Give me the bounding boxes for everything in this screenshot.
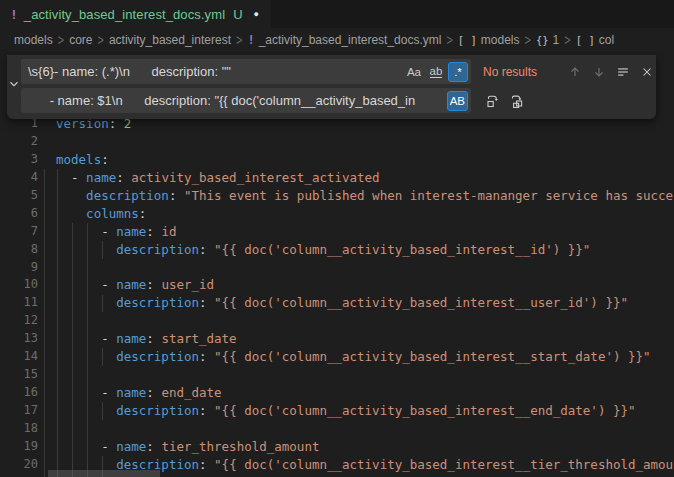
breadcrumb-label: models	[14, 33, 53, 47]
code-line[interactable]: 18	[0, 420, 674, 438]
breadcrumb-label: col	[599, 33, 614, 47]
git-status-badge: U	[233, 7, 242, 22]
code-line-text: - name: tier_threshold_amount	[38, 438, 319, 456]
arrow-up-icon	[568, 65, 582, 79]
code-line[interactable]: 19 - name: tier_threshold_amount	[0, 438, 674, 456]
code-line[interactable]: 10 - name: user_id	[0, 276, 674, 294]
breadcrumb-item[interactable]: activity_based_interest	[109, 33, 231, 47]
breadcrumb-label: core	[69, 33, 92, 47]
code-line[interactable]: 13 - name: start_date	[0, 330, 674, 348]
code-line[interactable]: 4 - name: activity_based_interest_activa…	[0, 169, 674, 187]
chevron-right-icon: >	[446, 33, 452, 48]
find-input-value: \s{6}- name: (.*)\n description: ""	[28, 64, 402, 79]
line-number[interactable]: 19	[0, 438, 38, 456]
code-line-text: description: "{{ doc('column__activity_b…	[38, 348, 651, 366]
chevron-right-icon: >	[564, 33, 570, 48]
yaml-icon: !	[247, 33, 254, 47]
code-line[interactable]: 8 description: "{{ doc('column__activity…	[0, 241, 674, 259]
code-line-text	[38, 312, 56, 330]
modified-dot-icon[interactable]: ●	[254, 9, 259, 19]
breadcrumb-label: models	[481, 33, 520, 47]
breadcrumb-label: _activity_based_interest_docs.yml	[259, 33, 442, 47]
code-line-text: description: "{{ doc('column__activity_b…	[38, 402, 636, 420]
whole-word-icon: ab	[430, 65, 443, 78]
line-number[interactable]: 14	[0, 348, 38, 366]
line-number[interactable]: 12	[0, 312, 38, 330]
line-number[interactable]: 7	[0, 223, 38, 241]
preserve-case-button[interactable]: AB	[447, 91, 468, 111]
line-number[interactable]: 18	[0, 420, 38, 438]
replace-button[interactable]	[483, 91, 503, 111]
code-line[interactable]: 16 - name: end_date	[0, 384, 674, 402]
breadcrumb-item[interactable]: {}1	[536, 33, 559, 47]
code-line-text	[38, 366, 56, 384]
code-line-text: - name: activity_based_interest_activate…	[38, 169, 380, 187]
code-line[interactable]: 11 description: "{{ doc('column__activit…	[0, 294, 674, 312]
find-input[interactable]: \s{6}- name: (.*)\n description: "" Aa a…	[21, 59, 471, 84]
code-line-text: columns:	[38, 205, 146, 223]
line-number[interactable]: 17	[0, 402, 38, 420]
code-line[interactable]: 6 columns:	[0, 205, 674, 223]
code-line[interactable]: 5 description: "This event is published …	[0, 187, 674, 205]
line-number[interactable]: 20	[0, 456, 38, 474]
line-number[interactable]: 16	[0, 384, 38, 402]
symbol-array-icon: [ ]	[576, 34, 595, 46]
code-line[interactable]: 9	[0, 259, 674, 277]
previous-match-button[interactable]	[565, 62, 585, 82]
code-line[interactable]: 15	[0, 366, 674, 384]
line-number[interactable]: 6	[0, 205, 38, 223]
chevron-right-icon: >	[58, 33, 64, 48]
code-line[interactable]: 7 - name: id	[0, 223, 674, 241]
breadcrumb-item[interactable]: !_activity_based_interest_docs.yml	[247, 33, 441, 47]
find-in-selection-button[interactable]	[613, 62, 633, 82]
line-number[interactable]: 8	[0, 241, 38, 259]
code-line-text: - name: start_date	[38, 330, 237, 348]
code-line-text	[38, 420, 56, 438]
breadcrumb: models>core>activity_based_interest>!_ac…	[0, 28, 674, 52]
code-line[interactable]: 17 description: "{{ doc('column__activit…	[0, 402, 674, 420]
code-line-text: description: "{{ doc('column__activity_b…	[38, 294, 628, 312]
line-number[interactable]: 10	[0, 276, 38, 294]
line-number[interactable]: 2	[0, 133, 38, 151]
close-find-button[interactable]	[637, 62, 657, 82]
match-case-button[interactable]: Aa	[404, 62, 424, 82]
replace-all-icon	[509, 93, 525, 109]
breadcrumb-item[interactable]: [ ]col	[576, 33, 614, 47]
code-line[interactable]: 12	[0, 312, 674, 330]
breadcrumb-label: activity_based_interest	[109, 33, 231, 47]
replace-input[interactable]: - name: $1\n description: "{{ doc('colum…	[21, 88, 471, 113]
code-line-text: - name: id	[38, 223, 176, 241]
replace-all-button[interactable]	[507, 91, 527, 111]
symbol-object-icon: {}	[536, 34, 549, 46]
yaml-file-icon: !	[10, 7, 18, 22]
code-line[interactable]: 14 description: "{{ doc('column__activit…	[0, 348, 674, 366]
code-area[interactable]: 1version: 223models:4 - name: activity_b…	[0, 115, 674, 474]
next-match-button[interactable]	[589, 62, 609, 82]
replace-input-value: - name: $1\n description: "{{ doc('colum…	[28, 93, 445, 108]
line-number[interactable]: 5	[0, 187, 38, 205]
toggle-replace-button[interactable]	[7, 59, 21, 113]
breadcrumb-item[interactable]: [ ]models	[458, 33, 520, 47]
find-results-status: No results	[483, 65, 555, 79]
horizontal-scrollbar[interactable]	[48, 470, 160, 477]
code-line[interactable]: 2	[0, 133, 674, 151]
line-number[interactable]: 15	[0, 366, 38, 384]
breadcrumb-item[interactable]: models	[14, 33, 53, 47]
tab-filename: _activity_based_interest_docs.yml	[24, 7, 225, 22]
arrow-down-icon	[592, 65, 606, 79]
code-line[interactable]: 3models:	[0, 151, 674, 169]
line-number[interactable]: 9	[0, 259, 38, 277]
code-line-text: - name: end_date	[38, 384, 222, 402]
code-line-text: models:	[38, 151, 109, 169]
code-line-text	[38, 133, 56, 151]
line-number[interactable]: 11	[0, 294, 38, 312]
line-number[interactable]: 3	[0, 151, 38, 169]
whole-word-button[interactable]: ab	[426, 62, 446, 82]
line-number[interactable]: 4	[0, 169, 38, 187]
tab-active[interactable]: ! _activity_based_interest_docs.yml U ●	[0, 0, 271, 28]
line-number[interactable]: 13	[0, 330, 38, 348]
selection-lines-icon	[616, 65, 630, 79]
breadcrumb-item[interactable]: core	[69, 33, 92, 47]
regex-button[interactable]: .*	[448, 62, 468, 82]
chevron-down-icon	[7, 77, 21, 95]
